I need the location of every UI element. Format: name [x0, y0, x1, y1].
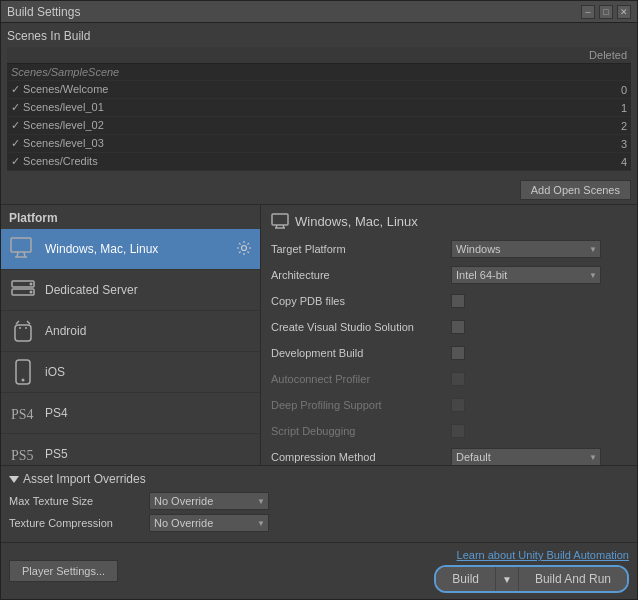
- texture-compression-select[interactable]: No OverrideUncompressedCompressed: [149, 514, 269, 532]
- platform-item-label: PS4: [45, 406, 252, 420]
- ps5-icon: PS5: [9, 440, 37, 465]
- override-select-wrapper: No OverrideUncompressedCompressed: [149, 514, 269, 532]
- create-visual-studio-solution-checkbox[interactable]: [451, 320, 465, 334]
- scene-name: ✓ Scenes/level_02: [7, 117, 454, 135]
- platform-item-label: Dedicated Server: [45, 283, 252, 297]
- settings-row-label: Copy PDB files: [271, 295, 451, 307]
- learn-link[interactable]: Learn about Unity Build Automation: [457, 549, 629, 561]
- svg-point-8: [30, 291, 33, 294]
- development-build-checkbox[interactable]: [451, 346, 465, 360]
- titlebar: Build Settings – □ ✕: [1, 1, 637, 23]
- scene-index: 0: [454, 81, 631, 99]
- deleted-col-header: Deleted: [454, 47, 631, 64]
- settings-platform-name: Windows, Mac, Linux: [295, 214, 418, 229]
- scenes-col-header: [7, 47, 454, 64]
- settings-row: Compression MethodDefaultLZ4LZ4HC: [271, 447, 627, 465]
- override-rows: Max Texture SizeNo Override3264128256512…: [9, 492, 629, 532]
- gear-icon[interactable]: [236, 240, 252, 259]
- scene-index: 2: [454, 117, 631, 135]
- deep-profiling-support-checkbox[interactable]: [451, 398, 465, 412]
- build-dropdown-button[interactable]: ▼: [495, 567, 518, 591]
- scenes-title: Scenes In Build: [7, 29, 631, 43]
- platform-title: Platform: [1, 205, 260, 229]
- table-row: ✓ Scenes/level_022: [7, 117, 631, 135]
- asset-overrides-label: Asset Import Overrides: [23, 472, 146, 486]
- compression-method-select[interactable]: DefaultLZ4LZ4HC: [451, 448, 601, 465]
- build-button[interactable]: Build: [436, 567, 495, 591]
- scene-name: Scenes/SampleScene: [7, 64, 454, 81]
- override-row: Texture CompressionNo OverrideUncompress…: [9, 514, 629, 532]
- platform-list: Windows, Mac, LinuxDedicated ServerAndro…: [1, 229, 260, 465]
- scene-index: 1: [454, 99, 631, 117]
- sidebar-item-ps5[interactable]: PS5PS5: [1, 434, 260, 465]
- collapse-icon: [9, 476, 19, 483]
- svg-line-10: [16, 321, 19, 324]
- platform-panel: Platform Windows, Mac, LinuxDedicated Se…: [1, 205, 261, 465]
- settings-row-label: Create Visual Studio Solution: [271, 321, 451, 333]
- svg-rect-0: [11, 238, 31, 252]
- asset-overrides-title: Asset Import Overrides: [9, 472, 629, 486]
- settings-row: Create Visual Studio Solution: [271, 317, 627, 337]
- copy-pdb-files-checkbox[interactable]: [451, 294, 465, 308]
- platform-item-label: Windows, Mac, Linux: [45, 242, 228, 256]
- svg-line-11: [27, 321, 30, 324]
- sidebar-item-ios[interactable]: iOS: [1, 352, 260, 393]
- settings-row: Script Debugging: [271, 421, 627, 441]
- settings-row: Deep Profiling Support: [271, 395, 627, 415]
- build-and-run-button[interactable]: Build And Run: [518, 567, 627, 591]
- footer-right: Learn about Unity Build Automation Build…: [434, 549, 629, 593]
- asset-overrides-section: Asset Import Overrides Max Texture SizeN…: [1, 465, 637, 542]
- android-icon: [9, 317, 37, 345]
- target-platform-select[interactable]: WindowsMac OS XLinux: [451, 240, 601, 258]
- player-settings-button[interactable]: Player Settings...: [9, 560, 118, 582]
- ios-icon: [9, 358, 37, 386]
- footer: Player Settings... Learn about Unity Bui…: [1, 542, 637, 599]
- sidebar-item-windows-mac-linux[interactable]: Windows, Mac, Linux: [1, 229, 260, 270]
- window-title: Build Settings: [7, 5, 80, 19]
- scene-name: ✓ Scenes/level_03: [7, 135, 454, 153]
- settings-row: Autoconnect Profiler: [271, 369, 627, 389]
- platform-item-label: Android: [45, 324, 252, 338]
- table-row: ✓ Scenes/level_011: [7, 99, 631, 117]
- svg-point-12: [19, 327, 21, 329]
- settings-row: ArchitectureIntel 64-bitIntel 32-bitARM …: [271, 265, 627, 285]
- svg-text:PS4: PS4: [11, 407, 34, 422]
- platform-item-label: PS5: [45, 447, 252, 461]
- settings-row-label: Development Build: [271, 347, 451, 359]
- build-buttons: Build ▼ Build And Run: [434, 565, 629, 593]
- override-row: Max Texture SizeNo Override3264128256512…: [9, 492, 629, 510]
- compression-method-select-wrapper: DefaultLZ4LZ4HC: [451, 448, 601, 465]
- table-row: ✓ Scenes/Credits4: [7, 153, 631, 171]
- close-button[interactable]: ✕: [617, 5, 631, 19]
- main-content: Platform Windows, Mac, LinuxDedicated Se…: [1, 205, 637, 465]
- settings-row-label: Compression Method: [271, 451, 451, 463]
- svg-text:PS5: PS5: [11, 448, 34, 463]
- sidebar-item-dedicated-server[interactable]: Dedicated Server: [1, 270, 260, 311]
- scene-index: 3: [454, 135, 631, 153]
- svg-point-13: [25, 327, 27, 329]
- add-open-scenes-button[interactable]: Add Open Scenes: [520, 180, 631, 200]
- footer-left: Player Settings...: [9, 560, 118, 582]
- settings-panel: Windows, Mac, Linux Target PlatformWindo…: [261, 205, 637, 465]
- sidebar-item-android[interactable]: Android: [1, 311, 260, 352]
- minimize-button[interactable]: –: [581, 5, 595, 19]
- titlebar-buttons: – □ ✕: [581, 5, 631, 19]
- settings-row-label: Architecture: [271, 269, 451, 281]
- platform-item-label: iOS: [45, 365, 252, 379]
- table-row: ✓ Scenes/level_033: [7, 135, 631, 153]
- architecture-select-wrapper: Intel 64-bitIntel 32-bitARM 64: [451, 266, 601, 284]
- maximize-button[interactable]: □: [599, 5, 613, 19]
- table-row: Scenes/SampleScene: [7, 64, 631, 81]
- architecture-select[interactable]: Intel 64-bitIntel 32-bitARM 64: [451, 266, 601, 284]
- ps4-icon: PS4: [9, 399, 37, 427]
- settings-row-label: Script Debugging: [271, 425, 451, 437]
- scenes-section: Scenes In Build Deleted Scenes/SampleSce…: [1, 23, 637, 205]
- max-texture-size-select[interactable]: No Override326412825651210242048: [149, 492, 269, 510]
- autoconnect-profiler-checkbox[interactable]: [451, 372, 465, 386]
- settings-row-label: Autoconnect Profiler: [271, 373, 451, 385]
- sidebar-item-ps4[interactable]: PS4PS4: [1, 393, 260, 434]
- windows-mac-linux-icon: [9, 235, 37, 263]
- script-debugging-checkbox[interactable]: [451, 424, 465, 438]
- scene-name: ✓ Scenes/Credits: [7, 153, 454, 171]
- settings-row: Copy PDB files: [271, 291, 627, 311]
